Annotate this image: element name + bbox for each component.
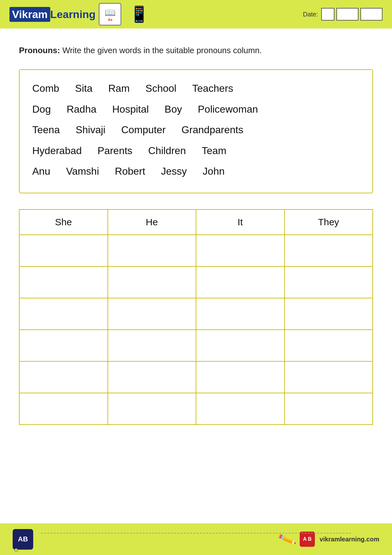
cell-he-1[interactable] [108, 235, 196, 266]
word-line-4: Hyderabad Parents Children Team [32, 142, 360, 160]
table-row [19, 266, 373, 298]
word-dog: Dog [32, 100, 51, 119]
date-month-box[interactable] [336, 8, 358, 21]
header-they: They [285, 209, 373, 235]
word-children: Children [148, 142, 186, 160]
table-row [19, 235, 373, 266]
footer-ab-icon: AB [13, 529, 33, 550]
date-day-box[interactable] [321, 8, 334, 21]
word-line-1: Comb Sita Ram School Teachers [32, 79, 360, 98]
cell-it-5[interactable] [196, 361, 285, 393]
word-line-2: Dog Radha Hospital Boy Policewoman [32, 100, 360, 119]
word-hospital: Hospital [112, 100, 149, 119]
logo-area: Vikram Learning 📖 Aa 📱 [9, 3, 149, 26]
main-content: Pronouns: Write the given words in the s… [0, 28, 392, 434]
word-computer: Computer [121, 121, 166, 139]
cell-it-6[interactable] [196, 393, 285, 425]
word-teachers: Teachers [192, 79, 233, 98]
header: Vikram Learning 📖 Aa 📱 Date: [0, 0, 392, 28]
logo-learning: Learning [50, 8, 96, 21]
footer-ab-text: AB [18, 535, 28, 543]
word-box: Comb Sita Ram School Teachers Dog Radha … [19, 69, 373, 193]
instruction-bold: Pronouns: [19, 46, 60, 55]
device-icon: 📱 [129, 5, 149, 23]
cell-they-5[interactable] [285, 361, 373, 393]
cell-they-6[interactable] [285, 393, 373, 425]
table-header-row: She He It They [19, 209, 373, 235]
cell-he-4[interactable] [108, 330, 196, 361]
footer-ab-small: A B [300, 532, 315, 547]
instruction-text: Write the given words in the suitable pr… [60, 46, 262, 55]
cell-he-2[interactable] [108, 266, 196, 298]
cell-she-4[interactable] [19, 330, 108, 361]
footer-url: vikramlearning.com [320, 536, 379, 543]
header-he: He [108, 209, 196, 235]
cell-she-5[interactable] [19, 361, 108, 393]
footer-ab-small-text: A B [303, 536, 312, 542]
cell-it-3[interactable] [196, 298, 285, 330]
word-boy: Boy [165, 100, 182, 119]
cell-it-4[interactable] [196, 330, 285, 361]
footer: AB ✏️ A B vikramlearning.com [0, 523, 392, 555]
date-label: Date: [303, 11, 318, 18]
word-team: Team [202, 142, 226, 160]
header-she: She [19, 209, 108, 235]
date-boxes [321, 8, 383, 21]
word-line-5: Anu Vamshi Robert Jessy John [32, 162, 360, 181]
word-hyderabad: Hyderabad [32, 142, 82, 160]
table-row [19, 393, 373, 425]
word-parents: Parents [98, 142, 132, 160]
footer-left: AB [13, 529, 33, 550]
cell-she-1[interactable] [19, 235, 108, 266]
cell-she-3[interactable] [19, 298, 108, 330]
date-year-box[interactable] [360, 8, 383, 21]
word-vamshi: Vamshi [66, 162, 99, 181]
footer-right: ✏️ A B vikramlearning.com [279, 532, 379, 547]
word-school: School [145, 79, 176, 98]
table-row [19, 298, 373, 330]
word-comb: Comb [32, 79, 59, 98]
word-anu: Anu [32, 162, 50, 181]
table-row [19, 361, 373, 393]
cell-they-2[interactable] [285, 266, 373, 298]
word-policewoman: Policewoman [198, 100, 258, 119]
instruction: Pronouns: Write the given words in the s… [19, 44, 373, 57]
word-robert: Robert [115, 162, 145, 181]
word-jessy: Jessy [161, 162, 187, 181]
logo-vikram: Vikram [9, 7, 50, 22]
cell-she-6[interactable] [19, 393, 108, 425]
word-line-3: Teena Shivaji Computer Grandparents [32, 121, 360, 139]
word-radha: Radha [67, 100, 96, 119]
date-section: Date: [303, 8, 383, 21]
footer-dotted-line [41, 533, 351, 533]
cell-they-3[interactable] [285, 298, 373, 330]
pronoun-table: She He It They [19, 209, 373, 425]
cell-they-1[interactable] [285, 235, 373, 266]
word-teena: Teena [32, 121, 60, 139]
cell-he-6[interactable] [108, 393, 196, 425]
footer-pencil-icon: ✏️ [277, 529, 297, 549]
header-it: It [196, 209, 285, 235]
word-shivaji: Shivaji [76, 121, 105, 139]
cell-it-1[interactable] [196, 235, 285, 266]
cell-he-5[interactable] [108, 361, 196, 393]
cell-she-2[interactable] [19, 266, 108, 298]
word-john: John [203, 162, 224, 181]
table-row [19, 330, 373, 361]
cell-they-4[interactable] [285, 330, 373, 361]
word-grandparents: Grandparents [181, 121, 243, 139]
word-ram: Ram [108, 79, 130, 98]
cell-it-2[interactable] [196, 266, 285, 298]
logo: Vikram Learning [9, 7, 95, 22]
word-sita: Sita [75, 79, 92, 98]
cell-he-3[interactable] [108, 298, 196, 330]
book-icon: 📖 Aa [99, 3, 121, 26]
